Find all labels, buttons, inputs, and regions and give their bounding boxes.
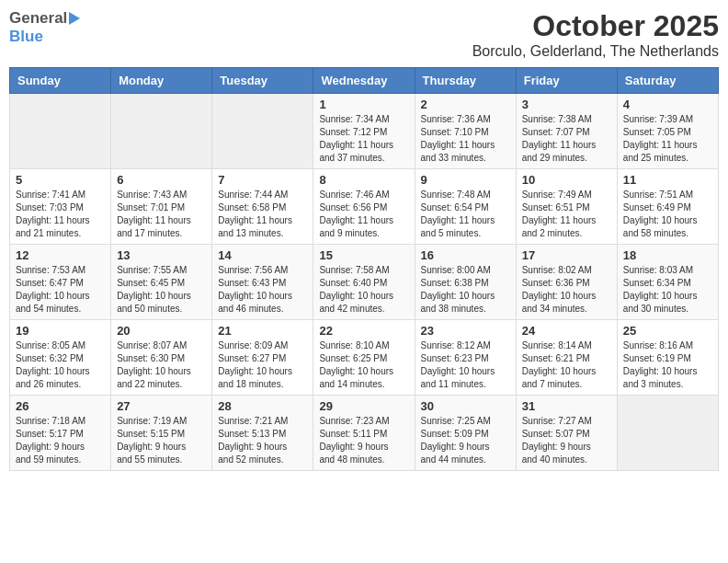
calendar-cell: 5Sunrise: 7:41 AM Sunset: 7:03 PM Daylig… — [10, 169, 111, 245]
calendar-cell: 15Sunrise: 7:58 AM Sunset: 6:40 PM Dayli… — [313, 245, 415, 320]
calendar-cell: 1Sunrise: 7:34 AM Sunset: 7:12 PM Daylig… — [313, 94, 415, 169]
day-number: 25 — [623, 324, 712, 338]
day-number: 10 — [522, 173, 611, 187]
day-info: Sunrise: 8:05 AM Sunset: 6:32 PM Dayligh… — [16, 339, 105, 391]
day-info: Sunrise: 8:16 AM Sunset: 6:19 PM Dayligh… — [623, 339, 712, 391]
day-info: Sunrise: 7:51 AM Sunset: 6:49 PM Dayligh… — [623, 189, 712, 240]
calendar-day-header: Monday — [111, 68, 212, 94]
day-info: Sunrise: 8:14 AM Sunset: 6:21 PM Dayligh… — [522, 339, 611, 391]
calendar-cell: 17Sunrise: 8:02 AM Sunset: 6:36 PM Dayli… — [516, 245, 617, 320]
day-info: Sunrise: 7:56 AM Sunset: 6:43 PM Dayligh… — [218, 264, 307, 316]
calendar-week-row: 19Sunrise: 8:05 AM Sunset: 6:32 PM Dayli… — [10, 320, 719, 396]
calendar-cell: 21Sunrise: 8:09 AM Sunset: 6:27 PM Dayli… — [212, 320, 313, 396]
day-info: Sunrise: 8:12 AM Sunset: 6:23 PM Dayligh… — [421, 339, 510, 391]
day-info: Sunrise: 7:23 AM Sunset: 5:11 PM Dayligh… — [319, 415, 408, 466]
day-number: 29 — [319, 399, 408, 413]
calendar-cell: 25Sunrise: 8:16 AM Sunset: 6:19 PM Dayli… — [617, 320, 718, 396]
day-number: 3 — [522, 98, 611, 111]
calendar-cell: 22Sunrise: 8:10 AM Sunset: 6:25 PM Dayli… — [313, 320, 415, 396]
calendar-day-header: Saturday — [617, 68, 718, 94]
day-info: Sunrise: 8:00 AM Sunset: 6:38 PM Dayligh… — [421, 264, 510, 316]
calendar-week-row: 5Sunrise: 7:41 AM Sunset: 7:03 PM Daylig… — [10, 169, 719, 245]
day-info: Sunrise: 7:36 AM Sunset: 7:10 PM Dayligh… — [421, 113, 510, 165]
calendar-cell: 28Sunrise: 7:21 AM Sunset: 5:13 PM Dayli… — [212, 396, 313, 471]
day-info: Sunrise: 7:58 AM Sunset: 6:40 PM Dayligh… — [319, 264, 408, 316]
day-info: Sunrise: 8:09 AM Sunset: 6:27 PM Dayligh… — [218, 339, 307, 391]
day-info: Sunrise: 7:46 AM Sunset: 6:56 PM Dayligh… — [319, 189, 408, 240]
day-number: 19 — [16, 324, 105, 338]
calendar-day-header: Tuesday — [212, 68, 313, 94]
day-number: 16 — [421, 248, 510, 262]
day-number: 12 — [16, 248, 105, 262]
day-info: Sunrise: 8:10 AM Sunset: 6:25 PM Dayligh… — [319, 339, 408, 391]
calendar-cell: 14Sunrise: 7:56 AM Sunset: 6:43 PM Dayli… — [212, 245, 313, 320]
day-info: Sunrise: 7:39 AM Sunset: 7:05 PM Dayligh… — [623, 113, 712, 165]
day-info: Sunrise: 7:21 AM Sunset: 5:13 PM Dayligh… — [218, 415, 307, 466]
calendar-cell: 27Sunrise: 7:19 AM Sunset: 5:15 PM Dayli… — [111, 396, 212, 471]
day-info: Sunrise: 8:03 AM Sunset: 6:34 PM Dayligh… — [623, 264, 712, 316]
title-block: October 2025 Borculo, Gelderland, The Ne… — [472, 9, 719, 60]
calendar-cell: 24Sunrise: 8:14 AM Sunset: 6:21 PM Dayli… — [516, 320, 617, 396]
location-title: Borculo, Gelderland, The Netherlands — [472, 43, 719, 60]
calendar-week-row: 26Sunrise: 7:18 AM Sunset: 5:17 PM Dayli… — [10, 396, 719, 471]
calendar-table: SundayMondayTuesdayWednesdayThursdayFrid… — [9, 67, 719, 471]
calendar-cell: 19Sunrise: 8:05 AM Sunset: 6:32 PM Dayli… — [10, 320, 111, 396]
day-number: 31 — [522, 399, 611, 413]
day-info: Sunrise: 8:02 AM Sunset: 6:36 PM Dayligh… — [522, 264, 611, 316]
logo: General Blue — [9, 9, 80, 46]
day-number: 14 — [218, 248, 307, 262]
day-info: Sunrise: 7:48 AM Sunset: 6:54 PM Dayligh… — [421, 189, 510, 240]
day-info: Sunrise: 7:18 AM Sunset: 5:17 PM Dayligh… — [16, 415, 105, 466]
day-info: Sunrise: 7:19 AM Sunset: 5:15 PM Dayligh… — [117, 415, 206, 466]
calendar-cell: 29Sunrise: 7:23 AM Sunset: 5:11 PM Dayli… — [313, 396, 415, 471]
calendar-cell: 2Sunrise: 7:36 AM Sunset: 7:10 PM Daylig… — [415, 94, 516, 169]
day-number: 17 — [522, 248, 611, 262]
day-number: 8 — [319, 173, 408, 187]
day-number: 13 — [117, 248, 206, 262]
day-number: 28 — [218, 399, 307, 413]
day-number: 5 — [16, 173, 105, 187]
calendar-cell: 31Sunrise: 7:27 AM Sunset: 5:07 PM Dayli… — [516, 396, 617, 471]
calendar-cell — [212, 94, 313, 169]
calendar-cell: 9Sunrise: 7:48 AM Sunset: 6:54 PM Daylig… — [415, 169, 516, 245]
day-info: Sunrise: 7:53 AM Sunset: 6:47 PM Dayligh… — [16, 264, 105, 316]
calendar-day-header: Wednesday — [313, 68, 415, 94]
calendar-day-header: Friday — [516, 68, 617, 94]
calendar-day-header: Thursday — [415, 68, 516, 94]
day-info: Sunrise: 7:27 AM Sunset: 5:07 PM Dayligh… — [522, 415, 611, 466]
calendar-cell: 18Sunrise: 8:03 AM Sunset: 6:34 PM Dayli… — [617, 245, 718, 320]
day-number: 23 — [421, 324, 510, 338]
day-number: 9 — [421, 173, 510, 187]
calendar-cell — [10, 94, 111, 169]
day-number: 27 — [117, 399, 206, 413]
day-number: 18 — [623, 248, 712, 262]
day-number: 6 — [117, 173, 206, 187]
calendar-week-row: 12Sunrise: 7:53 AM Sunset: 6:47 PM Dayli… — [10, 245, 719, 320]
day-number: 22 — [319, 324, 408, 338]
calendar-day-header: Sunday — [10, 68, 111, 94]
calendar-header-row: SundayMondayTuesdayWednesdayThursdayFrid… — [10, 68, 719, 94]
day-number: 11 — [623, 173, 712, 187]
day-info: Sunrise: 7:43 AM Sunset: 7:01 PM Dayligh… — [117, 189, 206, 240]
month-title: October 2025 — [472, 9, 719, 43]
day-info: Sunrise: 7:55 AM Sunset: 6:45 PM Dayligh… — [117, 264, 206, 316]
day-number: 26 — [16, 399, 105, 413]
day-number: 24 — [522, 324, 611, 338]
calendar-cell: 13Sunrise: 7:55 AM Sunset: 6:45 PM Dayli… — [111, 245, 212, 320]
calendar-cell: 20Sunrise: 8:07 AM Sunset: 6:30 PM Dayli… — [111, 320, 212, 396]
day-info: Sunrise: 7:41 AM Sunset: 7:03 PM Dayligh… — [16, 189, 105, 240]
calendar-cell — [617, 396, 718, 471]
day-info: Sunrise: 8:07 AM Sunset: 6:30 PM Dayligh… — [117, 339, 206, 391]
calendar-cell: 26Sunrise: 7:18 AM Sunset: 5:17 PM Dayli… — [10, 396, 111, 471]
day-info: Sunrise: 7:25 AM Sunset: 5:09 PM Dayligh… — [421, 415, 510, 466]
calendar-cell: 12Sunrise: 7:53 AM Sunset: 6:47 PM Dayli… — [10, 245, 111, 320]
day-number: 7 — [218, 173, 307, 187]
calendar-cell: 23Sunrise: 8:12 AM Sunset: 6:23 PM Dayli… — [415, 320, 516, 396]
calendar-cell: 7Sunrise: 7:44 AM Sunset: 6:58 PM Daylig… — [212, 169, 313, 245]
calendar-cell: 30Sunrise: 7:25 AM Sunset: 5:09 PM Dayli… — [415, 396, 516, 471]
day-number: 30 — [421, 399, 510, 413]
calendar-cell: 10Sunrise: 7:49 AM Sunset: 6:51 PM Dayli… — [516, 169, 617, 245]
day-number: 4 — [623, 98, 712, 111]
day-number: 2 — [421, 98, 510, 111]
logo-blue: Blue — [9, 28, 43, 46]
